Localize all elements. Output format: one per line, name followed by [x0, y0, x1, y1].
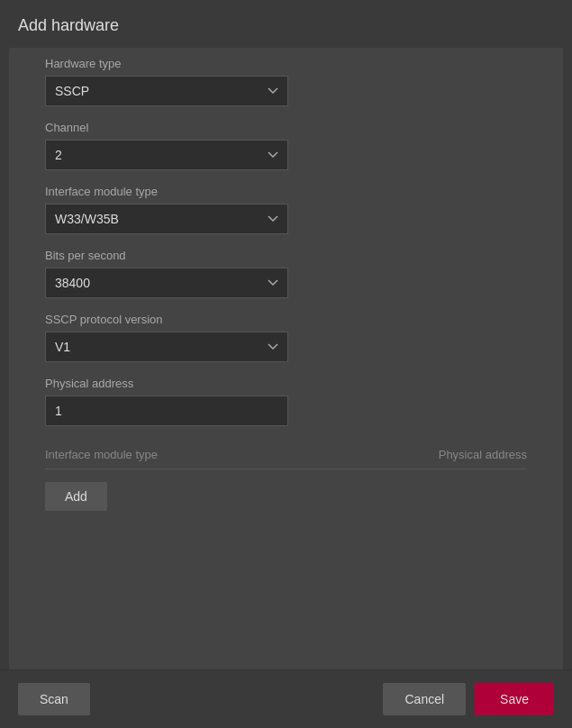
- hardware-type-select[interactable]: SSCP Other: [45, 76, 288, 106]
- physical-address-group: Physical address: [45, 377, 527, 426]
- interface-module-label: Interface module type: [45, 185, 527, 198]
- interface-module-select[interactable]: W33/W35B Other: [45, 204, 288, 234]
- add-hardware-dialog: Add hardware Hardware type SSCP Other Ch…: [0, 0, 572, 728]
- bits-per-second-label: Bits per second: [45, 249, 527, 262]
- table-header: Interface module type Physical address: [45, 441, 527, 469]
- sscp-protocol-group: SSCP protocol version V1 V2: [45, 313, 527, 362]
- sscp-protocol-label: SSCP protocol version: [45, 313, 527, 326]
- physical-address-label: Physical address: [45, 377, 527, 390]
- interface-module-group: Interface module type W33/W35B Other: [45, 185, 527, 234]
- hardware-type-group: Hardware type SSCP Other: [45, 57, 527, 106]
- physical-address-input[interactable]: [45, 396, 288, 426]
- hardware-type-label: Hardware type: [45, 57, 527, 70]
- bits-per-second-group: Bits per second 9600 19200 38400 57600 1…: [45, 249, 527, 298]
- bits-per-second-select[interactable]: 9600 19200 38400 57600 115200: [45, 268, 288, 298]
- scan-button[interactable]: Scan: [18, 683, 90, 715]
- footer-right-buttons: Cancel Save: [383, 683, 554, 715]
- dialog-title: Add hardware: [0, 0, 572, 48]
- channel-select[interactable]: 1 2 3 4: [45, 140, 288, 170]
- add-button[interactable]: Add: [45, 482, 107, 511]
- dialog-body: Hardware type SSCP Other Channel 1 2 3 4…: [9, 48, 563, 669]
- sscp-protocol-select[interactable]: V1 V2: [45, 332, 288, 362]
- cancel-button[interactable]: Cancel: [383, 683, 466, 715]
- channel-group: Channel 1 2 3 4: [45, 121, 527, 170]
- save-button[interactable]: Save: [475, 683, 554, 715]
- table-col1: Interface module type: [45, 448, 158, 461]
- table-col2: Physical address: [439, 448, 527, 461]
- dialog-footer: Scan Cancel Save: [0, 669, 572, 728]
- add-button-container: Add: [45, 482, 527, 511]
- channel-label: Channel: [45, 121, 527, 134]
